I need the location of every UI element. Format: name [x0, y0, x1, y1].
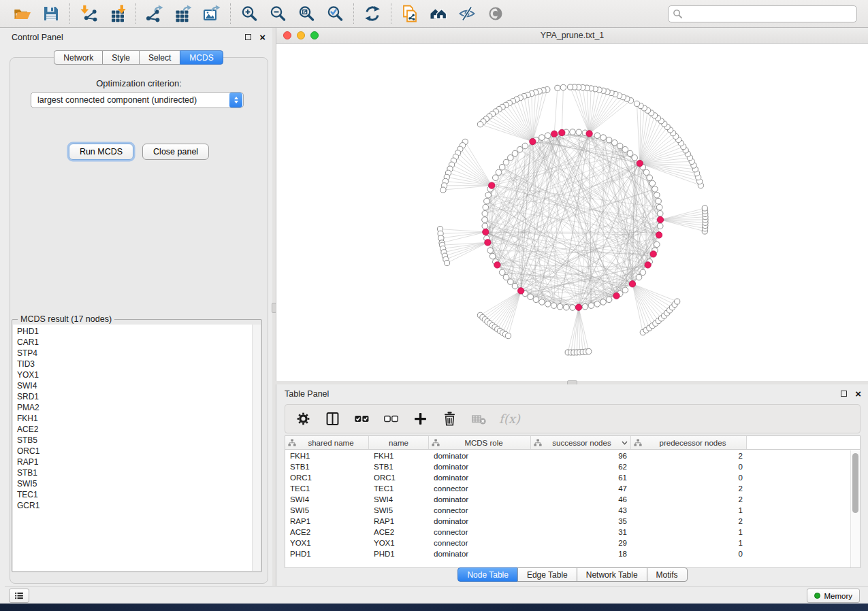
mcds-node[interactable]	[656, 232, 662, 238]
tab-motifs[interactable]: Motifs	[647, 567, 688, 582]
show-navigator-icon[interactable]	[427, 3, 450, 24]
clone-network-icon[interactable]	[398, 3, 421, 24]
delete-column-icon[interactable]	[440, 410, 458, 428]
hide-graphics-details-icon[interactable]	[455, 3, 479, 24]
network-node[interactable]	[656, 198, 662, 204]
network-node[interactable]	[654, 242, 660, 248]
mcds-node[interactable]	[575, 304, 581, 310]
refresh-icon[interactable]	[361, 3, 384, 24]
open-file-icon[interactable]	[11, 3, 34, 24]
network-node[interactable]	[582, 303, 588, 310]
leaf-node[interactable]	[505, 333, 511, 339]
network-node[interactable]	[632, 155, 638, 161]
mcds-node[interactable]	[586, 131, 592, 137]
network-node[interactable]	[622, 146, 628, 152]
network-node[interactable]	[545, 301, 551, 308]
zoom-in-icon[interactable]	[238, 3, 261, 24]
network-node[interactable]	[570, 129, 576, 135]
criterion-dropdown[interactable]: largest connected component (undirected)	[31, 92, 244, 108]
network-node[interactable]	[647, 175, 653, 181]
network-node[interactable]	[654, 192, 660, 198]
mcds-node[interactable]	[494, 262, 500, 268]
network-node[interactable]	[606, 297, 612, 303]
network-node[interactable]	[576, 129, 582, 135]
mcds-node[interactable]	[559, 129, 565, 135]
mcds-node[interactable]	[489, 182, 495, 188]
column-header-name[interactable]: name	[369, 436, 429, 449]
table-settings-icon[interactable]	[294, 410, 312, 428]
network-node[interactable]	[512, 150, 518, 156]
import-network-icon[interactable]	[77, 3, 100, 24]
table-row[interactable]: ACE2ACE2connector311	[285, 527, 850, 538]
mcds-node[interactable]	[629, 281, 635, 287]
network-node[interactable]	[528, 294, 534, 300]
mcds-result-item[interactable]: TID3	[13, 359, 261, 369]
leaf-node[interactable]	[477, 122, 483, 127]
task-history-button[interactable]	[9, 589, 29, 603]
network-node[interactable]	[627, 150, 633, 156]
close-panel-button[interactable]: Close panel	[142, 144, 209, 160]
network-node[interactable]	[496, 169, 502, 176]
network-node[interactable]	[485, 192, 492, 198]
table-row[interactable]: PHD1PHD1dominator180	[285, 548, 850, 559]
select-all-rows-icon[interactable]	[353, 410, 370, 428]
tab-node-table[interactable]: Node Table	[457, 567, 518, 582]
column-visibility-icon[interactable]	[323, 410, 341, 428]
close-table-panel-icon[interactable]: ×	[855, 391, 861, 397]
network-node[interactable]	[557, 303, 563, 310]
mcds-node[interactable]	[613, 293, 620, 299]
table-scrollbar[interactable]	[850, 450, 860, 567]
network-node[interactable]	[600, 299, 607, 306]
network-node[interactable]	[564, 304, 570, 310]
float-panel-icon[interactable]	[245, 34, 251, 40]
network-node[interactable]	[545, 133, 551, 139]
zoom-out-icon[interactable]	[266, 3, 289, 24]
search-input[interactable]	[683, 9, 852, 20]
network-node[interactable]	[539, 135, 545, 141]
network-node[interactable]	[652, 186, 658, 193]
network-node[interactable]	[551, 303, 557, 309]
network-node[interactable]	[508, 155, 514, 161]
table-row[interactable]: SWI5SWI5connector431	[285, 505, 850, 516]
network-node[interactable]	[622, 287, 628, 293]
show-graphics-details-icon[interactable]	[484, 3, 507, 24]
mcds-node[interactable]	[650, 251, 656, 257]
import-table-icon[interactable]	[106, 3, 129, 24]
mcds-result-item[interactable]: STB1	[13, 467, 261, 478]
mcds-node[interactable]	[485, 240, 491, 246]
mcds-node[interactable]	[483, 229, 489, 235]
mcds-node[interactable]	[657, 216, 663, 222]
column-header-predecessor-nodes[interactable]: predecessor nodes	[631, 436, 747, 449]
table-row[interactable]: STB1STB1dominator620	[285, 461, 850, 472]
network-node[interactable]	[657, 211, 663, 217]
tab-select[interactable]: Select	[139, 50, 180, 65]
network-node[interactable]	[508, 279, 514, 285]
network-node[interactable]	[503, 159, 509, 165]
leaf-node[interactable]	[440, 187, 446, 193]
mcds-result-item[interactable]: FKH1	[13, 413, 261, 424]
network-node[interactable]	[482, 217, 488, 223]
export-image-icon[interactable]	[200, 3, 223, 24]
leaf-node[interactable]	[634, 101, 639, 106]
memory-button[interactable]: Memory	[807, 589, 860, 603]
table-row[interactable]: SWI4SWI4dominator462	[285, 494, 850, 505]
mcds-result-item[interactable]: YOX1	[13, 369, 261, 380]
network-node[interactable]	[636, 274, 642, 280]
mcds-result-item[interactable]: TEC1	[13, 489, 261, 500]
mcds-result-item[interactable]: CAR1	[13, 337, 261, 348]
leaf-node[interactable]	[555, 85, 560, 90]
network-node[interactable]	[493, 175, 499, 181]
mcds-node[interactable]	[530, 138, 536, 144]
network-node[interactable]	[588, 303, 594, 309]
table-row[interactable]: YOX1YOX1connector291	[285, 538, 850, 548]
network-node[interactable]	[612, 140, 618, 146]
network-node[interactable]	[640, 269, 646, 276]
zoom-fit-icon[interactable]	[295, 3, 318, 24]
deselect-all-rows-icon[interactable]	[382, 410, 400, 428]
mcds-result-item[interactable]: PMA2	[13, 402, 261, 413]
network-node[interactable]	[649, 180, 656, 186]
table-row[interactable]: TEC1TEC1connector472	[285, 483, 850, 494]
mcds-node[interactable]	[637, 160, 643, 166]
mcds-result-item[interactable]: PHD1	[13, 326, 261, 337]
leaf-node[interactable]	[586, 348, 592, 354]
